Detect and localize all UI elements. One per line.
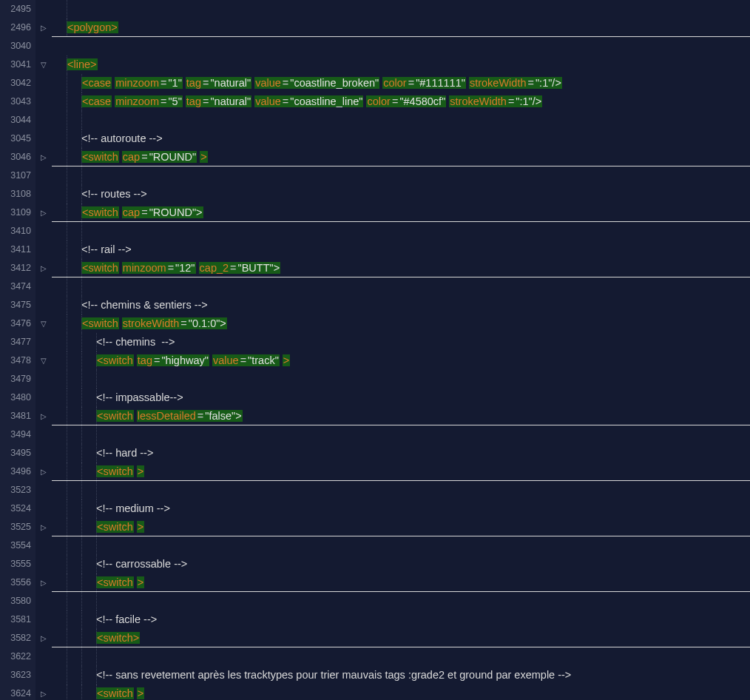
code-line[interactable]: <!-- routes --> [52, 185, 750, 203]
line-number: 3412 [0, 259, 36, 277]
xml-tag: <polygon> [67, 21, 118, 33]
line-number-gutter: 2495249630403041304230433044304530463107… [0, 0, 36, 700]
fold-column[interactable] [36, 0, 52, 700]
indent-guide [81, 277, 82, 296]
code-line[interactable] [52, 481, 750, 499]
code-line[interactable] [52, 111, 750, 129]
code-line[interactable] [52, 37, 750, 55]
line-number: 3046 [0, 148, 36, 166]
fold-toggle-expanded[interactable] [36, 55, 52, 74]
xml-tag: <switch [96, 521, 134, 533]
indent-guide [81, 684, 82, 700]
xml-tag: <line> [67, 58, 98, 70]
code-line[interactable]: <switch lessDetailed="false"> [52, 407, 750, 425]
code-line[interactable] [52, 222, 750, 240]
fold-toggle-collapsed[interactable] [36, 18, 52, 37]
code-line[interactable] [52, 166, 750, 185]
line-number: 3495 [0, 444, 36, 462]
code-line[interactable]: <switch > [52, 518, 750, 536]
indent-guide [81, 610, 82, 629]
code-line[interactable] [52, 370, 750, 388]
code-line[interactable]: <switch> [52, 629, 750, 647]
code-area[interactable]: <polygon><line><case minzoom="1" tag="na… [52, 0, 750, 700]
code-line[interactable] [52, 425, 750, 444]
code-line[interactable]: <polygon> [52, 18, 750, 37]
xml-attr-value: ":1"/> [515, 95, 542, 107]
xml-attr-value: "0.1:0"> [188, 317, 227, 329]
indent-guide [96, 647, 97, 666]
indent-guide [96, 351, 97, 370]
code-line[interactable]: <!-- chemins --> [52, 333, 750, 351]
code-line[interactable]: <switch tag="highway" value="track" > [52, 351, 750, 370]
line-number: 3476 [0, 314, 36, 333]
xml-tag: > [137, 576, 144, 588]
code-line[interactable] [52, 277, 750, 296]
indent-guide [67, 629, 67, 647]
code-line[interactable]: <case minzoom="5" tag="natural" value="c… [52, 92, 750, 111]
indent-guide [81, 92, 82, 111]
indent-guide [96, 388, 97, 407]
indent-guide [96, 499, 97, 518]
xml-comment: <!-- carrossable --> [96, 558, 187, 570]
xml-attr-name: minzoom [115, 95, 160, 107]
indent-guide [81, 74, 82, 92]
fold-toggle-collapsed[interactable] [36, 518, 52, 536]
fold-toggle-collapsed[interactable] [36, 629, 52, 647]
code-line[interactable]: <switch cap="ROUND"> [52, 203, 750, 222]
indent-guide [67, 388, 67, 407]
code-line[interactable]: <!-- autoroute --> [52, 129, 750, 148]
code-line[interactable]: <!-- medium --> [52, 499, 750, 518]
code-line[interactable]: <switch cap="ROUND" > [52, 148, 750, 166]
code-line[interactable]: <!-- impassable--> [52, 388, 750, 407]
code-line[interactable] [52, 0, 750, 18]
code-line[interactable]: <!-- carrossable --> [52, 555, 750, 573]
xml-tag: > [283, 354, 290, 366]
xml-tag: > [137, 521, 144, 533]
xml-attr-name: minzoom [115, 77, 160, 89]
line-number: 3481 [0, 407, 36, 425]
xml-punc: = [180, 317, 187, 329]
indent-guide [96, 518, 97, 536]
code-line[interactable]: <switch > [52, 684, 750, 700]
fold-toggle [36, 277, 52, 296]
indent-guide [67, 240, 67, 259]
code-line[interactable]: <!-- hard --> [52, 444, 750, 462]
code-line[interactable]: <!-- rail --> [52, 240, 750, 259]
fold-toggle-collapsed[interactable] [36, 573, 52, 592]
code-line[interactable]: <line> [52, 55, 750, 74]
code-line[interactable]: <!-- sans revetement après les tracktype… [52, 666, 750, 684]
indent-guide [67, 148, 67, 166]
xml-attr-name: value [254, 95, 282, 107]
code-line[interactable]: <switch strokeWidth="0.1:0"> [52, 314, 750, 333]
indent-guide [81, 259, 82, 277]
indent-guide [96, 481, 97, 499]
indent-guide [81, 481, 82, 499]
fold-toggle-expanded[interactable] [36, 351, 52, 370]
xml-punc: = [197, 410, 204, 422]
fold-toggle-collapsed[interactable] [36, 203, 52, 222]
code-line[interactable]: <case minzoom="1" tag="natural" value="c… [52, 74, 750, 92]
code-line[interactable]: <!-- facile --> [52, 610, 750, 629]
indent-guide [67, 647, 67, 666]
code-editor[interactable]: 2495249630403041304230433044304530463107… [0, 0, 750, 700]
code-line[interactable]: <switch minzoom="12" cap_2="BUTT"> [52, 259, 750, 277]
code-line[interactable]: <!-- chemins & sentiers --> [52, 296, 750, 314]
indent-guide [81, 148, 82, 166]
code-line[interactable]: <switch > [52, 462, 750, 481]
line-number: 3582 [0, 629, 36, 647]
fold-toggle-collapsed[interactable] [36, 407, 52, 425]
fold-toggle-collapsed[interactable] [36, 148, 52, 166]
code-line[interactable] [52, 592, 750, 610]
fold-toggle-collapsed[interactable] [36, 684, 52, 700]
fold-toggle-collapsed[interactable] [36, 462, 52, 481]
fold-toggle [36, 37, 52, 55]
code-line[interactable] [52, 647, 750, 666]
fold-toggle-expanded[interactable] [36, 314, 52, 333]
code-line[interactable] [52, 536, 750, 555]
code-line[interactable]: <switch > [52, 573, 750, 592]
indent-guide [96, 573, 97, 591]
xml-attr-value: "1" [167, 77, 182, 89]
fold-toggle [36, 333, 52, 351]
xml-tag: <switch [81, 206, 119, 218]
fold-toggle-collapsed[interactable] [36, 259, 52, 277]
